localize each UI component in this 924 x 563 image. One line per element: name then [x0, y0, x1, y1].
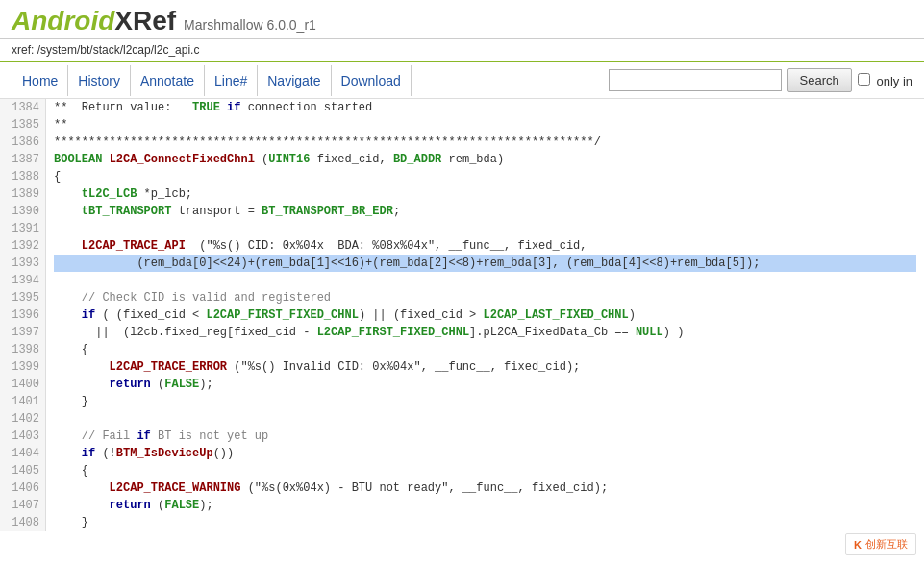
line-number: 1399 — [0, 358, 45, 376]
code-line: // Check CID is valid and registered — [54, 289, 916, 306]
code-line: { — [54, 462, 916, 479]
line-number: 1385 — [0, 116, 45, 134]
logo: AndroidXRefMarshmallow 6.0.0_r1 — [12, 8, 912, 35]
code-line: L2CAP_TRACE_WARNING ("%s(0x%04x) - BTU n… — [54, 479, 916, 497]
code-line: // Fail if BT is not yet up — [54, 428, 916, 445]
code-line: (rem_bda[0]<<24)+(rem_bda[1]<<16)+(rem_b… — [54, 255, 916, 272]
line-numbers: 1384138513861387138813891390139113921393… — [0, 99, 46, 531]
line-number: 1407 — [0, 497, 45, 514]
nav-home[interactable]: Home — [12, 65, 68, 96]
line-number: 1406 — [0, 479, 45, 497]
nav-download[interactable]: Download — [332, 65, 412, 96]
code-line: tBT_TRANSPORT transport = BT_TRANSPORT_B… — [54, 203, 916, 220]
code-line: if (!BTM_IsDeviceUp()) — [54, 445, 916, 462]
line-number: 1391 — [0, 220, 45, 237]
logo-android: Android — [12, 6, 114, 36]
line-number: 1394 — [0, 272, 45, 289]
line-number: 1402 — [0, 410, 45, 428]
nav-links: Home History Annotate Line# Navigate Dow… — [12, 65, 412, 96]
logo-version: Marshmallow 6.0.0_r1 — [184, 17, 316, 33]
navbar: Home History Annotate Line# Navigate Dow… — [0, 62, 924, 99]
code-line: } — [54, 514, 916, 531]
line-number: 1403 — [0, 428, 45, 445]
line-number: 1396 — [0, 306, 45, 324]
nav-navigate[interactable]: Navigate — [258, 65, 331, 96]
line-number: 1389 — [0, 185, 45, 203]
only-in-checkbox[interactable] — [858, 73, 870, 86]
code-area: 1384138513861387138813891390139113921393… — [0, 99, 924, 531]
code-content: ** Return value: TRUE if connection star… — [46, 99, 924, 531]
line-number: 1397 — [0, 324, 45, 341]
line-number: 1387 — [0, 151, 45, 168]
code-line: L2CAP_TRACE_ERROR ("%s() Invalid CID: 0x… — [54, 358, 916, 376]
only-in-label: only in — [858, 73, 912, 88]
line-number: 1408 — [0, 514, 45, 531]
line-number: 1388 — [0, 168, 45, 185]
search-input[interactable] — [609, 69, 782, 91]
code-line: return (FALSE); — [54, 497, 916, 514]
header: AndroidXRefMarshmallow 6.0.0_r1 — [0, 0, 924, 39]
line-number: 1386 — [0, 134, 45, 151]
line-number: 1401 — [0, 393, 45, 410]
nav-history[interactable]: History — [68, 65, 131, 96]
code-line — [54, 410, 916, 428]
line-number: 1404 — [0, 445, 45, 462]
nav-line[interactable]: Line# — [205, 65, 258, 96]
line-number: 1393 — [0, 255, 45, 272]
code-line: ** Return value: TRUE if connection star… — [54, 99, 916, 116]
code-line — [54, 220, 916, 237]
line-number: 1384 — [0, 99, 45, 116]
code-line: tL2C_LCB *p_lcb; — [54, 185, 916, 203]
code-line: if ( (fixed_cid < L2CAP_FIRST_FIXED_CHNL… — [54, 306, 916, 324]
logo-xref: XRef — [114, 6, 176, 36]
nav-annotate[interactable]: Annotate — [131, 65, 205, 96]
line-number: 1405 — [0, 462, 45, 479]
code-line: ** — [54, 116, 916, 134]
code-line: || (l2cb.fixed_reg[fixed_cid - L2CAP_FIR… — [54, 324, 916, 341]
code-line: { — [54, 341, 916, 358]
code-line: } — [54, 393, 916, 410]
line-number: 1395 — [0, 289, 45, 306]
search-area: Search only in — [609, 68, 912, 92]
search-button[interactable]: Search — [787, 68, 852, 92]
code-line: ****************************************… — [54, 134, 916, 151]
line-number: 1398 — [0, 341, 45, 358]
line-number: 1400 — [0, 376, 45, 393]
breadcrumb: xref: /system/bt/stack/l2cap/l2c_api.c — [0, 39, 924, 62]
code-line: { — [54, 168, 916, 185]
line-number: 1392 — [0, 237, 45, 255]
code-line: L2CAP_TRACE_API ("%s() CID: 0x%04x BDA: … — [54, 237, 916, 255]
code-line: BOOLEAN L2CA_ConnectFixedChnl (UINT16 fi… — [54, 151, 916, 168]
line-number: 1390 — [0, 203, 45, 220]
code-line — [54, 272, 916, 289]
code-line: return (FALSE); — [54, 376, 916, 393]
